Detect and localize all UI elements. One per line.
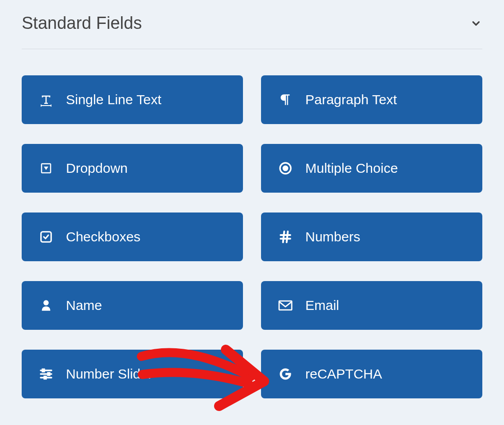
svg-rect-14 (44, 376, 46, 379)
field-label: Email (305, 298, 339, 313)
svg-line-6 (287, 231, 288, 242)
field-label: Paragraph Text (305, 92, 397, 107)
field-label: Numbers (305, 229, 360, 245)
field-checkboxes[interactable]: Checkboxes (22, 212, 243, 261)
section-title: Standard Fields (22, 14, 142, 33)
field-numbers[interactable]: Numbers (261, 212, 482, 261)
hash-icon (277, 229, 294, 245)
field-paragraph-text[interactable]: Paragraph Text (261, 75, 482, 124)
svg-line-5 (283, 231, 285, 242)
target-icon (277, 160, 294, 176)
text-icon (38, 92, 54, 108)
field-multiple-choice[interactable]: Multiple Choice (261, 144, 482, 193)
svg-rect-8 (279, 301, 292, 310)
field-label: Number Slider (66, 366, 153, 382)
svg-rect-12 (48, 373, 50, 375)
field-single-line-text[interactable]: Single Line Text (22, 75, 243, 124)
chevron-down-icon (470, 17, 482, 30)
svg-point-1 (283, 166, 287, 170)
paragraph-icon (277, 92, 294, 108)
svg-rect-10 (42, 369, 44, 371)
field-label: reCAPTCHA (305, 366, 382, 382)
field-label: Name (66, 298, 102, 313)
field-label: Multiple Choice (305, 161, 398, 176)
checkbox-icon (38, 229, 54, 245)
field-label: Checkboxes (66, 229, 140, 245)
field-email[interactable]: Email (261, 281, 482, 330)
section-header[interactable]: Standard Fields (22, 9, 482, 49)
field-recaptcha[interactable]: reCAPTCHA (261, 350, 482, 398)
sliders-icon (38, 366, 54, 382)
google-icon (277, 366, 294, 382)
field-dropdown[interactable]: Dropdown (22, 144, 243, 193)
field-label: Single Line Text (66, 92, 161, 107)
person-icon (38, 297, 54, 314)
field-label: Dropdown (66, 161, 128, 176)
field-number-slider[interactable]: Number Slider (22, 350, 243, 398)
dropdown-icon (38, 160, 54, 176)
envelope-icon (277, 297, 294, 314)
svg-point-7 (43, 300, 49, 305)
fields-grid: Single Line Text Paragraph Text Dropdown (22, 75, 482, 398)
field-name[interactable]: Name (22, 281, 243, 330)
